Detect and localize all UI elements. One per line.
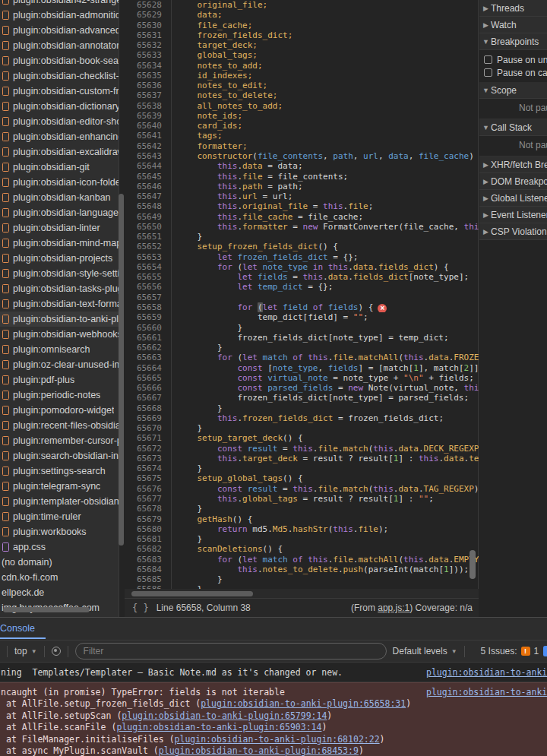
debugger-section-xhr-fetch-breakpoints[interactable]: ▶XHR/fetch Breakpoints bbox=[479, 157, 547, 173]
code-line[interactable]: 65650 this.formatter = new FormatConvert… bbox=[125, 222, 479, 232]
line-number[interactable]: 65662 bbox=[125, 343, 172, 353]
code-line[interactable]: 65645 this.file = file_contents; bbox=[125, 172, 479, 182]
context-selector[interactable]: top ▼ bbox=[14, 646, 37, 656]
source-location-link[interactable]: plugin:obsidian-to-anki- bbox=[426, 667, 547, 678]
source-location-link[interactable]: plugin:obsidian-to-anki- bbox=[426, 687, 547, 697]
line-number[interactable]: 65673 bbox=[125, 454, 172, 463]
line-number[interactable]: 65639 bbox=[125, 111, 172, 121]
code-line[interactable]: 65673 this.target_deck = result ? result… bbox=[125, 454, 479, 463]
code-line[interactable]: 65661 frozen_fields_dict[note_type] = te… bbox=[125, 333, 479, 343]
file-item[interactable]: plugin:obsidian-icon-folder bbox=[0, 175, 119, 190]
code-line[interactable]: 65660 } bbox=[125, 323, 479, 333]
line-number[interactable]: 65650 bbox=[125, 222, 172, 232]
line-number[interactable]: 65672 bbox=[125, 444, 172, 454]
file-item[interactable]: plugin:omnisearch bbox=[0, 342, 119, 357]
line-number[interactable]: 65648 bbox=[125, 201, 172, 211]
line-number[interactable]: 65636 bbox=[125, 81, 172, 90]
issues-counter[interactable]: 5 Issues: ! 1 bbox=[481, 646, 539, 656]
line-number[interactable]: 65657 bbox=[125, 293, 172, 302]
file-item[interactable]: plugin:obsidian-languageto bbox=[0, 205, 119, 220]
code-line[interactable]: 65663 for (let match of this.file.matchA… bbox=[125, 353, 479, 362]
line-number[interactable]: 65669 bbox=[125, 413, 172, 423]
line-number[interactable]: 65652 bbox=[125, 242, 172, 251]
code-line[interactable]: 65675 setup_global_tags() { bbox=[125, 473, 479, 483]
code-line[interactable]: 65667 frozen_fields_dict[note_type] = pa… bbox=[125, 393, 479, 403]
code-line[interactable]: 65670 } bbox=[125, 423, 479, 433]
file-item[interactable]: plugin:periodic-notes bbox=[0, 387, 119, 403]
line-number[interactable]: 65660 bbox=[125, 323, 172, 333]
line-number[interactable]: 65643 bbox=[125, 151, 172, 161]
file-item[interactable]: plugin:recent-files-obsidian bbox=[0, 418, 119, 433]
line-number[interactable]: 65659 bbox=[125, 312, 172, 322]
line-number[interactable]: 65654 bbox=[125, 262, 172, 272]
line-number[interactable]: 65665 bbox=[125, 373, 172, 383]
stack-frame-link[interactable]: plugin:obsidian-to-anki-plugin:65799:14 bbox=[122, 710, 327, 721]
code-line[interactable]: 65659 temp_dict[field] = ""; bbox=[125, 312, 479, 322]
debugger-section-csp-violation-breakpoints[interactable]: ▶CSP Violation Breakpoints bbox=[479, 223, 547, 240]
line-number[interactable]: 65653 bbox=[125, 252, 172, 262]
code-line[interactable]: 65676 const result = this.file.match(thi… bbox=[125, 484, 479, 494]
stack-frame-link[interactable]: plugin:obsidian-to-anki-plugin:68453:9 bbox=[159, 745, 359, 756]
message-bubble-icon[interactable] bbox=[543, 646, 547, 656]
code-line[interactable]: 65674 } bbox=[125, 463, 479, 473]
line-number[interactable]: 65642 bbox=[125, 141, 172, 151]
navigator-vertical-scrollbar[interactable] bbox=[118, 0, 125, 599]
file-item[interactable]: plugin:obsidian-kanban bbox=[0, 190, 119, 205]
line-number[interactable]: 65677 bbox=[125, 494, 172, 504]
file-item[interactable]: plugin:templater-obsidian bbox=[0, 494, 119, 509]
debugger-section-dom-breakpoints[interactable]: ▶DOM Breakpoints bbox=[479, 173, 547, 190]
code-line[interactable]: 65682 scanDeletions() { bbox=[125, 544, 479, 554]
line-number[interactable]: 65645 bbox=[125, 172, 172, 182]
code-line[interactable]: 65646 this.path = path; bbox=[125, 182, 479, 191]
debugger-section-threads[interactable]: ▶Threads bbox=[479, 0, 547, 17]
code-line[interactable]: 65651 } bbox=[125, 232, 479, 242]
code-line[interactable]: 65639 note_ids; bbox=[125, 111, 479, 121]
line-number[interactable]: 65683 bbox=[125, 555, 172, 565]
file-item[interactable]: plugin:obsidian-linter bbox=[0, 220, 119, 236]
code-line[interactable]: 65681 } bbox=[125, 534, 479, 544]
code-line[interactable]: 65653 let frozen_fields_dict = {}; bbox=[125, 252, 479, 262]
line-number[interactable]: 65682 bbox=[125, 544, 172, 554]
file-item[interactable]: plugin:obsidian-custom-fra bbox=[0, 84, 119, 99]
file-item[interactable]: plugin:search-obsidian-in-g bbox=[0, 448, 119, 463]
checkbox-unchecked[interactable] bbox=[484, 55, 492, 64]
file-item[interactable]: app.css bbox=[0, 539, 119, 555]
line-number[interactable]: 65661 bbox=[125, 333, 172, 343]
line-number[interactable]: 65674 bbox=[125, 463, 172, 473]
file-item[interactable]: plugin:obsidian-to-anki-plu bbox=[0, 312, 119, 327]
file-item[interactable]: plugin:obsidian-editor-shor bbox=[0, 114, 119, 129]
debugger-section-event-listener-breakpoints[interactable]: ▶Event Listener Breakpoints bbox=[479, 207, 547, 223]
code-line[interactable]: 65647 this.url = url; bbox=[125, 191, 479, 201]
file-item[interactable]: plugin:pdf-plus bbox=[0, 372, 119, 387]
code-line[interactable]: 65657 bbox=[125, 293, 479, 302]
code-line[interactable]: 65665 const virtual_note = note_type + "… bbox=[125, 373, 479, 383]
debugger-section-global-listeners[interactable]: ▶Global Listeners bbox=[479, 190, 547, 207]
file-item[interactable]: ellpeck.de bbox=[0, 585, 119, 600]
code-line[interactable]: 65638 all_notes_to_add; bbox=[125, 101, 479, 111]
line-number[interactable]: 65649 bbox=[125, 212, 172, 222]
line-number[interactable]: 65666 bbox=[125, 383, 172, 393]
line-number[interactable]: 65633 bbox=[125, 50, 172, 60]
file-item[interactable]: plugin:obsidian-tasks-plugi bbox=[0, 281, 119, 296]
log-levels-dropdown[interactable]: Default levels ▼ bbox=[393, 646, 457, 656]
line-number[interactable]: 65644 bbox=[125, 161, 172, 171]
line-number[interactable]: 65668 bbox=[125, 403, 172, 413]
line-number[interactable]: 65634 bbox=[125, 61, 172, 71]
line-number[interactable]: 65640 bbox=[125, 121, 172, 131]
debugger-section-watch[interactable]: ▶Watch bbox=[479, 17, 547, 33]
file-item[interactable]: plugin:obsidian-advanced-s bbox=[0, 23, 119, 38]
file-item[interactable]: plugin:obsidian-excalidraw bbox=[0, 144, 119, 160]
line-number[interactable]: 65670 bbox=[125, 423, 172, 433]
code-line[interactable]: 65668 } bbox=[125, 403, 479, 413]
code-line[interactable]: 65644 this.data = data; bbox=[125, 161, 479, 171]
line-number[interactable]: 65658 bbox=[125, 302, 172, 312]
file-item[interactable]: plugin:oz-clear-unused-ima bbox=[0, 357, 119, 372]
code-line[interactable]: 65685 } bbox=[125, 574, 479, 584]
code-line[interactable]: 65643 constructor(file_contents, path, u… bbox=[125, 151, 479, 161]
file-item[interactable]: plugin:obsidian-text-format bbox=[0, 296, 119, 312]
code-line[interactable]: 65662 } bbox=[125, 343, 479, 353]
code-line[interactable]: 65635 id_indexes; bbox=[125, 71, 479, 81]
debugger-section-call-stack[interactable]: ▼Call Stack bbox=[479, 119, 547, 136]
line-number[interactable]: 65675 bbox=[125, 473, 172, 483]
code-line[interactable]: 65658 for (let field of fields) {× bbox=[125, 302, 479, 312]
